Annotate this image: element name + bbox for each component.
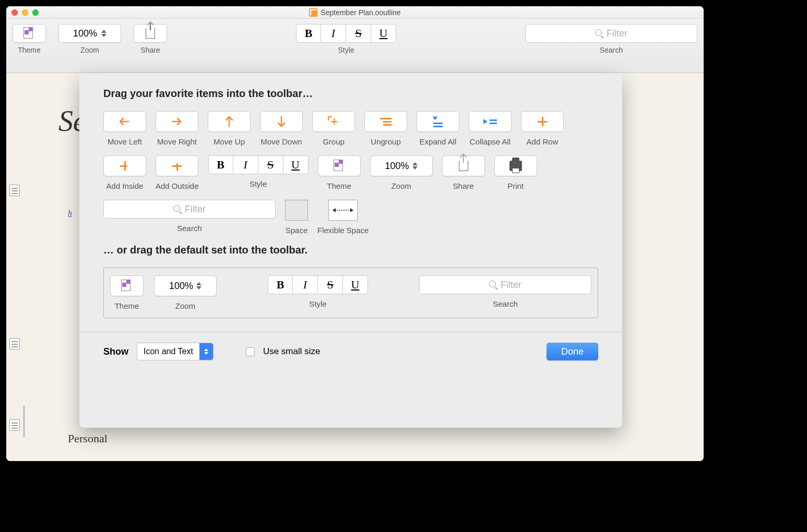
main-toolbar: Theme 100% Zoom Share B I S U Style Filt… [6,19,704,73]
italic-button[interactable]: I [321,24,346,43]
share-icon [459,161,468,171]
sheet-heading-2: … or drag the default set into the toolb… [103,244,598,256]
item-ungroup[interactable]: Ungroup [364,111,407,146]
underline-button[interactable]: U [371,24,396,43]
default-toolbar-set[interactable]: Theme 100%Zoom BISU Style Filter Search [103,268,598,318]
show-label: Show [103,346,128,357]
outline-item-personal[interactable]: Personal [68,432,108,445]
share-button[interactable] [134,24,167,43]
show-mode-select[interactable]: Icon and Text [137,343,213,360]
titlebar: September Plan.ooutline [6,6,704,19]
document-link[interactable]: h [68,209,72,218]
item-move-up[interactable]: Move Up [208,111,251,146]
plus-outside-icon [172,161,182,171]
item-space[interactable]: Space [285,200,308,235]
row-handle-icon[interactable] [9,338,20,349]
theme-button[interactable] [13,24,46,43]
fullscreen-window-button[interactable] [32,9,39,16]
window-title: September Plan.ooutline [321,8,400,17]
minimize-window-button[interactable] [22,9,28,16]
row-handle-icon[interactable] [9,419,20,431]
search-label: Search [600,46,623,54]
item-collapse-all[interactable]: Collapse All [469,111,512,146]
item-move-right[interactable]: Move Right [156,111,198,146]
style-segment: B I S U [296,24,396,43]
theme-icon [23,27,35,40]
item-flexible-space[interactable]: Flexible Space [317,200,369,235]
ungroup-icon [380,118,391,126]
customize-toolbar-sheet: Drag your favorite items into the toolba… [79,73,622,428]
close-window-button[interactable] [11,9,18,16]
theme-label: Theme [18,46,41,54]
group-icon [328,116,339,127]
arrow-right-icon [170,116,184,127]
strikethrough-button[interactable]: S [346,24,371,43]
item-add-outside[interactable]: Add Outside [156,155,199,190]
sheet-footer: Show Icon and Text Use small size Done [79,332,622,360]
select-arrow-icon [199,343,213,360]
item-move-left[interactable]: Move Left [103,111,146,146]
item-add-row[interactable]: Add Row [521,111,564,146]
arrow-left-icon [118,116,132,127]
share-icon [146,28,155,39]
search-icon [595,29,603,38]
arrow-up-icon [224,115,234,128]
stepper-icon [101,30,106,37]
bold-button[interactable]: B [296,24,321,43]
item-theme[interactable]: Theme [318,155,361,190]
arrow-down-icon [276,115,287,128]
row-handle-icon[interactable] [9,185,20,196]
done-button[interactable]: Done [547,343,598,360]
item-move-down[interactable]: Move Down [260,111,303,146]
collapse-all-icon [483,119,497,124]
item-search[interactable]: Filter Search [103,200,276,235]
app-window: September Plan.ooutline Theme 100% Zoom … [6,6,704,461]
stepper-icon [412,162,418,170]
small-size-label: Use small size [263,346,321,357]
item-expand-all[interactable]: Expand All [417,111,459,146]
item-zoom[interactable]: 100%Zoom [370,155,433,190]
plus-icon [537,116,548,127]
plus-inside-icon [120,161,130,171]
sheet-heading: Drag your favorite items into the toolba… [103,88,598,100]
item-style[interactable]: BISU Style [208,155,308,190]
zoom-stepper[interactable]: 100% [58,24,121,43]
item-add-inside[interactable]: Add Inside [103,155,146,190]
style-label: Style [338,46,354,54]
zoom-label: Zoom [80,46,99,54]
item-group[interactable]: Group [312,111,355,146]
item-print[interactable]: Print [494,155,537,190]
item-share[interactable]: Share [442,155,485,190]
print-icon [509,161,522,171]
flexible-space-icon [328,200,358,221]
theme-icon [334,160,345,172]
small-size-checkbox[interactable] [246,347,255,356]
space-icon [285,200,308,221]
share-label: Share [140,46,160,54]
search-field[interactable]: Filter [525,24,697,43]
expand-all-icon [433,116,443,127]
document-icon [309,8,317,17]
search-icon [173,205,182,213]
